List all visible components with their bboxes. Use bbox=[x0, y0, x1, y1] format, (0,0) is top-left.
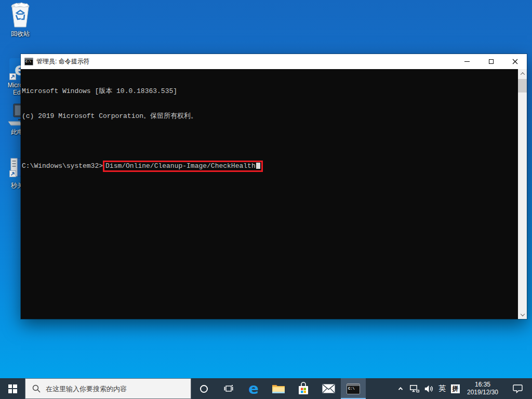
search-input[interactable] bbox=[46, 385, 176, 393]
close-button[interactable] bbox=[503, 54, 527, 69]
taskbar-clock: 16:35 2019/12/30 bbox=[463, 381, 502, 396]
minimize-icon bbox=[464, 61, 470, 62]
network-tray-button[interactable] bbox=[407, 378, 421, 399]
text-cursor bbox=[256, 163, 260, 169]
taskbar-command-prompt-button[interactable]: C:\ bbox=[341, 378, 366, 399]
maximize-icon bbox=[489, 59, 494, 64]
recycle-bin-icon bbox=[8, 2, 32, 29]
scroll-down-button[interactable] bbox=[518, 310, 527, 319]
microsoft-store-icon bbox=[298, 382, 309, 395]
network-ethernet-icon bbox=[410, 385, 419, 393]
show-hidden-icons-button[interactable] bbox=[394, 378, 407, 399]
console-prompt: C:\Windows\system32> bbox=[22, 162, 103, 170]
recycle-bin-label: 回收站 bbox=[11, 30, 30, 37]
console-scrollbar[interactable] bbox=[518, 69, 527, 319]
scrollbar-track[interactable] bbox=[518, 78, 527, 310]
command-prompt-icon: C:\ bbox=[347, 383, 360, 394]
console-prompt-line: C:\Windows\system32>Dism/Online/Cleanup-… bbox=[22, 162, 518, 170]
task-view-button[interactable] bbox=[216, 378, 241, 399]
windows-desktop: { "desktop": { "recycle_bin_label": "回收站… bbox=[0, 0, 532, 399]
task-view-icon bbox=[224, 384, 233, 393]
clock-time: 16:35 bbox=[475, 381, 490, 389]
console-output[interactable]: Microsoft Windows [版本 10.0.18363.535] (c… bbox=[21, 69, 518, 319]
clock-date: 2019/12/30 bbox=[467, 389, 498, 396]
edge-icon: e bbox=[248, 381, 259, 396]
pinyin-ime-icon: 拼 bbox=[451, 384, 460, 393]
window-titlebar[interactable]: C:\ 管理员: 命令提示符 bbox=[21, 54, 527, 69]
taskbar-mail-button[interactable] bbox=[316, 378, 341, 399]
system-tray: 英 拼 16:35 2019/12/30 bbox=[394, 378, 532, 399]
chevron-up-icon bbox=[520, 72, 524, 76]
console-line-copyright: (c) 2019 Microsoft Corporation。保留所有权利。 bbox=[22, 112, 518, 121]
taskbar: e C:\ bbox=[0, 378, 532, 399]
highlight-red-box: Dism/Online/Cleanup-Image/CheckHealth bbox=[103, 161, 263, 172]
taskbar-file-explorer-button[interactable] bbox=[266, 378, 291, 399]
volume-tray-button[interactable] bbox=[421, 378, 436, 399]
file-explorer-icon bbox=[272, 383, 285, 394]
desktop-icon-recycle-bin[interactable]: 回收站 bbox=[1, 2, 40, 37]
console-line-version: Microsoft Windows [版本 10.0.18363.535] bbox=[22, 87, 518, 96]
taskbar-search-box[interactable] bbox=[25, 378, 191, 399]
console-area[interactable]: Microsoft Windows [版本 10.0.18363.535] (c… bbox=[21, 69, 527, 319]
scrollbar-thumb[interactable] bbox=[518, 79, 527, 92]
cmd-window-icon: C:\ bbox=[24, 58, 33, 65]
command-prompt-window: C:\ 管理员: 命令提示符 Microsoft Windows [版本 10.… bbox=[21, 54, 527, 319]
cortana-icon bbox=[200, 385, 208, 393]
chevron-down-icon bbox=[520, 312, 524, 316]
cortana-button[interactable] bbox=[191, 378, 216, 399]
scroll-up-button[interactable] bbox=[518, 69, 527, 78]
minimize-button[interactable] bbox=[455, 54, 479, 69]
windows-logo-icon bbox=[8, 384, 17, 393]
ime-language-indicator[interactable]: 英 bbox=[436, 378, 448, 399]
taskbar-store-button[interactable] bbox=[291, 378, 316, 399]
taskbar-empty-space bbox=[366, 378, 394, 399]
console-command: Dism/Online/Cleanup-Image/CheckHealth bbox=[105, 162, 256, 170]
chevron-up-icon bbox=[398, 387, 403, 391]
clock-tray-button[interactable]: 16:35 2019/12/30 bbox=[462, 378, 503, 399]
mail-icon bbox=[322, 384, 335, 393]
close-icon bbox=[512, 59, 518, 64]
taskbar-edge-button[interactable]: e bbox=[241, 378, 266, 399]
console-line-blank bbox=[22, 137, 518, 145]
ime-mode-button[interactable]: 拼 bbox=[448, 378, 462, 399]
maximize-button[interactable] bbox=[479, 54, 503, 69]
action-center-button[interactable] bbox=[503, 378, 532, 399]
window-title: 管理员: 命令提示符 bbox=[36, 57, 455, 66]
search-icon bbox=[32, 384, 41, 393]
start-button[interactable] bbox=[0, 378, 25, 399]
shortcut-arrow-icon bbox=[9, 170, 16, 177]
action-center-icon bbox=[513, 384, 523, 393]
shortcut-arrow-icon bbox=[9, 73, 16, 80]
speaker-icon bbox=[424, 385, 433, 393]
